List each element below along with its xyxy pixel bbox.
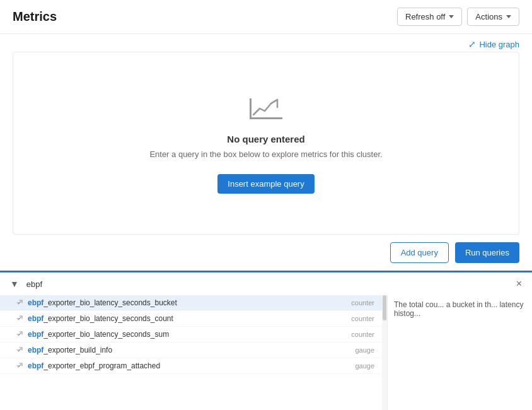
header-actions: Refresh off Actions: [397, 8, 519, 26]
no-query-title: No query entered: [227, 134, 304, 144]
link-icon: [15, 346, 24, 354]
metrics-list: ebpf_exporter_bio_latency_seconds_bucket…: [0, 295, 382, 410]
bottom-panel: ▼ ebpf × ebpf_exporter_bio_latenc: [0, 271, 532, 410]
list-item[interactable]: ebpf_exporter_build_info gauge: [0, 343, 382, 358]
actions-chevron-icon: [506, 15, 511, 18]
add-query-button[interactable]: Add query: [390, 242, 449, 263]
hide-graph-button[interactable]: ⤢ Hide graph: [468, 39, 519, 49]
refresh-chevron-icon: [449, 15, 454, 18]
link-icon: [15, 298, 24, 307]
metric-name: ebpf_exporter_bio_latency_seconds_bucket: [28, 298, 337, 307]
metric-type: gauge: [337, 346, 374, 354]
collapse-icon: ▼: [10, 279, 19, 289]
close-panel-button[interactable]: ×: [514, 278, 524, 290]
link-icon: [15, 314, 24, 323]
page-title: Metrics: [13, 9, 57, 24]
description-panel: The total cou... a bucket in th... laten…: [387, 295, 532, 410]
metrics-table: ebpf_exporter_bio_latency_seconds_bucket…: [0, 295, 532, 410]
list-item[interactable]: ebpf_exporter_ebpf_program_attached gaug…: [0, 358, 382, 374]
link-icon: [15, 361, 24, 370]
close-icon: ×: [516, 278, 522, 289]
metric-name: ebpf_exporter_build_info: [28, 346, 337, 354]
scrollbar[interactable]: [382, 295, 387, 410]
metric-name: ebpf_exporter_bio_latency_seconds_count: [28, 314, 337, 323]
svg-rect-0: [250, 117, 282, 119]
bottom-panel-header: ▼ ebpf ×: [0, 272, 532, 295]
svg-rect-1: [250, 98, 252, 119]
page-header: Metrics Refresh off Actions: [0, 0, 532, 34]
metric-description: The total cou... a bucket in th... laten…: [394, 300, 523, 318]
chart-icon: [248, 93, 284, 124]
list-item[interactable]: ebpf_exporter_bio_latency_seconds_count …: [0, 311, 382, 327]
no-query-description: Enter a query in the box below to explor…: [149, 149, 382, 159]
refresh-dropdown[interactable]: Refresh off: [397, 8, 462, 26]
refresh-label: Refresh off: [405, 12, 445, 21]
panel-search-label: ebpf: [26, 279, 42, 289]
list-item[interactable]: ebpf_exporter_bio_latency_seconds_bucket…: [0, 295, 382, 311]
list-item[interactable]: ebpf_exporter_bio_latency_seconds_sum co…: [0, 327, 382, 343]
actions-dropdown[interactable]: Actions: [467, 8, 519, 26]
query-actions: Add query Run queries: [0, 235, 532, 271]
scrollbar-thumb[interactable]: [383, 295, 386, 320]
metric-type: gauge: [337, 362, 374, 370]
graph-toolbar: ⤢ Hide graph: [0, 34, 532, 52]
graph-panel: No query entered Enter a query in the bo…: [13, 52, 519, 235]
metric-type: counter: [337, 299, 374, 307]
actions-label: Actions: [475, 12, 502, 21]
metric-type: counter: [337, 315, 374, 322]
metric-type: counter: [337, 331, 374, 338]
metric-name: ebpf_exporter_bio_latency_seconds_sum: [28, 330, 337, 339]
run-queries-button[interactable]: Run queries: [455, 242, 519, 263]
collapse-panel-button[interactable]: ▼: [8, 278, 21, 290]
link-icon: [15, 330, 24, 339]
insert-example-query-button[interactable]: Insert example query: [217, 174, 314, 194]
main-content: ⤢ Hide graph No query entered Enter a qu…: [0, 34, 532, 410]
hide-graph-label: Hide graph: [479, 40, 519, 49]
resize-icon: ⤢: [468, 39, 476, 49]
metric-name: ebpf_exporter_ebpf_program_attached: [28, 361, 337, 370]
